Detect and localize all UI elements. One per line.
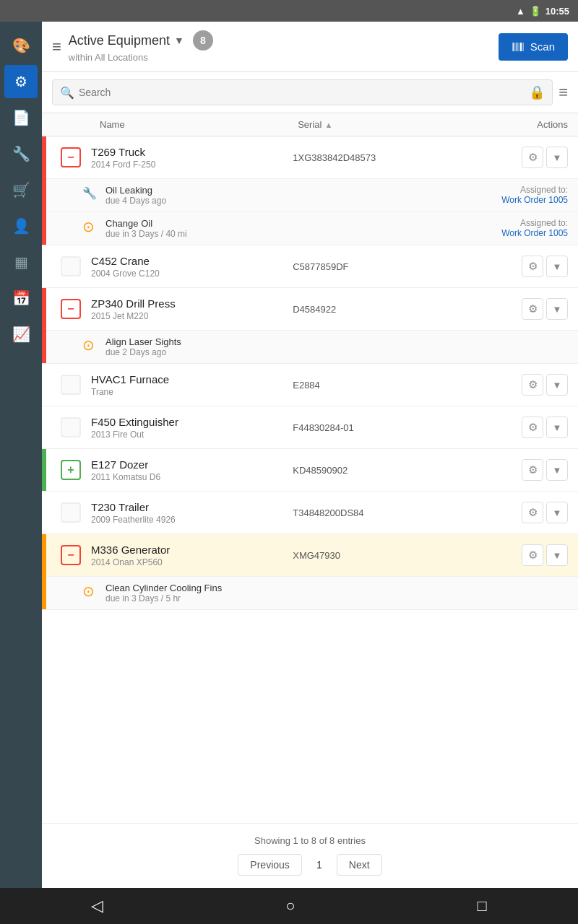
- gear-button[interactable]: ⚙: [522, 374, 543, 396]
- gear-button[interactable]: ⚙: [522, 544, 543, 566]
- equipment-main-row: − T269 Truck 2014 Ford F-250 1XG383842D4…: [42, 136, 578, 178]
- dropdown-button[interactable]: ▼: [546, 502, 568, 523]
- sidebar-item-palette[interactable]: 🎨: [4, 29, 38, 62]
- filter-icon[interactable]: 🔒: [529, 84, 545, 100]
- title-dropdown-arrow[interactable]: ▼: [174, 35, 184, 46]
- pagination-section: Showing 1 to 8 of 8 entries Previous 1 N…: [42, 823, 578, 888]
- work-details: Clean Cylinder Cooling Fins due in 3 Day…: [105, 583, 568, 603]
- gear-button[interactable]: ⚙: [522, 459, 543, 481]
- more-menu-icon[interactable]: ≡: [558, 83, 568, 102]
- next-button[interactable]: Next: [337, 854, 382, 876]
- work-icon: ⊙: [82, 219, 98, 235]
- hamburger-menu[interactable]: ≡: [52, 38, 61, 56]
- work-order-link[interactable]: Work Order 1005: [501, 228, 568, 238]
- dropdown-button[interactable]: ▼: [546, 374, 568, 396]
- clock-icon: ⊙: [82, 337, 95, 353]
- toggle-button[interactable]: [61, 502, 81, 523]
- grid-icon: ▦: [14, 253, 28, 271]
- pagination-info: Showing 1 to 8 of 8 entries: [254, 835, 366, 846]
- gear-button[interactable]: ⚙: [522, 256, 543, 277]
- gear-button[interactable]: ⚙: [522, 298, 543, 320]
- equipment-main-row: F450 Extinguisher 2013 Fire Out F4483028…: [42, 406, 578, 448]
- work-icon: 🔧: [82, 186, 98, 200]
- status-indicator: [42, 492, 46, 533]
- equipment-name: T269 Truck: [91, 146, 293, 158]
- equipment-actions: ⚙ ▼: [476, 256, 568, 277]
- status-indicator: [42, 406, 46, 448]
- toggle-button[interactable]: [61, 256, 81, 276]
- toggle-button[interactable]: −: [61, 147, 81, 167]
- sidebar-item-tools[interactable]: 🔧: [4, 137, 38, 170]
- recents-button[interactable]: □: [456, 891, 509, 921]
- sidebar-item-calendar[interactable]: 📅: [4, 282, 38, 315]
- equipment-actions: ⚙ ▼: [476, 147, 568, 168]
- dropdown-button[interactable]: ▼: [546, 544, 568, 566]
- sidebar-item-settings[interactable]: ⚙: [4, 65, 38, 98]
- work-icon: ⊙: [82, 584, 98, 599]
- sidebar-item-cart[interactable]: 🛒: [4, 173, 38, 206]
- header-subtitle: within All Locations: [69, 52, 213, 63]
- user-icon: 👤: [12, 217, 30, 235]
- work-due: due in 3 Days / 40 mi: [105, 229, 494, 239]
- work-title: Change Oil: [105, 218, 494, 229]
- toggle-button[interactable]: [61, 417, 81, 437]
- toggle-button[interactable]: −: [61, 545, 81, 565]
- pagination-controls: Previous 1 Next: [238, 853, 381, 876]
- equipment-info: HVAC1 Furnace Trane: [91, 373, 293, 397]
- work-due: due in 3 Days / 5 hr: [105, 593, 568, 603]
- svg-rect-0: [512, 43, 514, 51]
- sidebar-item-user[interactable]: 👤: [4, 209, 38, 243]
- equipment-model: 2015 Jet M220: [91, 311, 293, 321]
- table-row: C452 Crane 2004 Grove C120 C5877859DF ⚙ …: [42, 245, 578, 288]
- previous-button[interactable]: Previous: [238, 854, 301, 876]
- dropdown-button[interactable]: ▼: [546, 147, 568, 168]
- equipment-info: F450 Extinguisher 2013 Fire Out: [91, 416, 293, 440]
- equipment-info: C452 Crane 2004 Grove C120: [91, 255, 293, 279]
- gear-button[interactable]: ⚙: [522, 502, 543, 523]
- sidebar-item-grid[interactable]: ▦: [4, 245, 38, 279]
- search-input[interactable]: [79, 87, 525, 98]
- cart-icon: 🛒: [12, 181, 30, 199]
- dropdown-button[interactable]: ▼: [546, 298, 568, 320]
- search-input-wrap[interactable]: 🔍 🔒: [52, 79, 553, 105]
- toggle-button[interactable]: [61, 375, 81, 395]
- table-row: − T269 Truck 2014 Ford F-250 1XG383842D4…: [42, 136, 578, 245]
- home-button[interactable]: ○: [264, 891, 316, 921]
- dropdown-button[interactable]: ▼: [546, 459, 568, 481]
- back-button[interactable]: ◁: [69, 891, 125, 921]
- table-header: Name Serial ▲ Actions: [42, 113, 578, 136]
- status-icons: ▲ 🔋 10:55: [516, 6, 569, 17]
- equipment-actions: ⚙ ▼: [476, 502, 568, 523]
- table-row: − ZP340 Drill Press 2015 Jet M220 D45849…: [42, 288, 578, 364]
- work-order-row: ⊙ Align Laser Sights due 2 Days ago: [42, 330, 578, 363]
- status-indicator: [42, 136, 46, 245]
- clock-icon: ⊙: [82, 583, 95, 599]
- equipment-main-row: + E127 Dozer 2011 Komatsu D6 KD48590902 …: [42, 449, 578, 491]
- scan-icon: [512, 40, 525, 53]
- equipment-count-badge: 8: [193, 30, 213, 51]
- page-title: Active Equipment: [69, 33, 170, 48]
- svg-rect-5: [523, 43, 524, 51]
- table-row: T230 Trailer 2009 Featherlite 4926 T3484…: [42, 492, 578, 534]
- sidebar-item-chart[interactable]: 📈: [4, 318, 38, 351]
- sort-arrow-icon[interactable]: ▲: [324, 121, 332, 129]
- equipment-actions: ⚙ ▼: [476, 298, 568, 320]
- dropdown-button[interactable]: ▼: [546, 417, 568, 438]
- main-content: ≡ Active Equipment ▼ 8 within All Locati…: [42, 22, 578, 888]
- equipment-name: F450 Extinguisher: [91, 416, 293, 428]
- toggle-button[interactable]: −: [61, 299, 81, 319]
- toggle-button[interactable]: +: [61, 460, 81, 480]
- gear-button[interactable]: ⚙: [522, 417, 543, 438]
- equipment-serial: T34848200DS84: [293, 507, 476, 518]
- svg-rect-2: [517, 43, 518, 51]
- dropdown-button[interactable]: ▼: [546, 256, 568, 277]
- header-title-row: Active Equipment ▼ 8: [69, 30, 213, 51]
- page-number[interactable]: 1: [308, 853, 331, 876]
- scan-button[interactable]: Scan: [499, 33, 568, 61]
- equipment-serial: 1XG383842D48573: [293, 152, 476, 163]
- svg-rect-1: [514, 43, 515, 51]
- gear-button[interactable]: ⚙: [522, 147, 543, 168]
- search-icon: 🔍: [60, 86, 74, 100]
- sidebar-item-document[interactable]: 📄: [4, 101, 38, 134]
- work-order-link[interactable]: Work Order 1005: [501, 195, 568, 205]
